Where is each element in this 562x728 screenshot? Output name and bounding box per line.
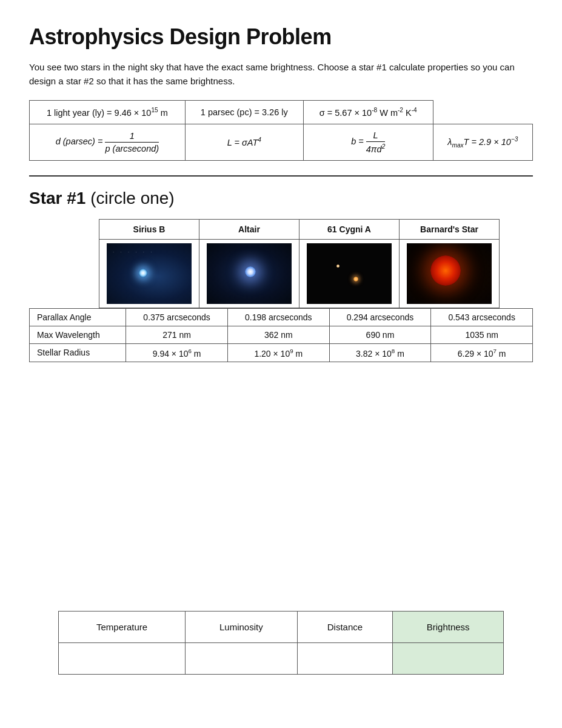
altair-wavelength: 362 nm	[227, 326, 329, 343]
star-section-heading: Star #1 (circle one)	[29, 189, 533, 208]
star-table: Sirius B Altair 61 Cygni A Barnard's Sta…	[99, 219, 500, 308]
val-temperature[interactable]	[59, 643, 186, 675]
col-temperature: Temperature	[59, 612, 186, 643]
label-parallax: Parallax Angle	[30, 308, 126, 326]
siriusb-parallax: 0.375 arcseconds	[126, 308, 228, 326]
ref-cell-parsec: 1 parsec (pc) = 3.26 ly	[185, 101, 303, 124]
star-col-barnard: Barnard's Star	[400, 219, 500, 239]
barnard-parallax: 0.543 arcseconds	[431, 308, 533, 326]
star-img-siriusb	[99, 239, 199, 308]
val-luminosity[interactable]	[186, 643, 297, 675]
table-row: Parallax Angle 0.375 arcseconds 0.198 ar…	[30, 308, 533, 326]
section-divider	[29, 175, 533, 177]
altair-parallax: 0.198 arcseconds	[227, 308, 329, 326]
ref-cell-distance-formula: d (parsec) = 1 p (arcsecond)	[30, 124, 186, 160]
star-img-barnard	[400, 239, 500, 308]
siriusb-radius: 9.94 × 106 m	[126, 343, 228, 362]
star-col-siriusb: Sirius B	[99, 219, 199, 239]
reference-table: 1 light year (ly) = 9.46 × 1015 m 1 pars…	[29, 100, 533, 161]
star-col-cygni: 61 Cygni A	[299, 219, 400, 239]
star-data-area: Parallax Angle 0.375 arcseconds 0.198 ar…	[29, 308, 533, 363]
col-distance: Distance	[297, 612, 393, 643]
col-luminosity: Luminosity	[186, 612, 297, 643]
results-table-area: Temperature Luminosity Distance Brightne…	[58, 611, 504, 675]
intro-text: You see two stars in the night sky that …	[29, 61, 526, 88]
cygni-parallax: 0.294 arcseconds	[329, 308, 431, 326]
results-table: Temperature Luminosity Distance Brightne…	[58, 611, 504, 675]
star-img-altair	[199, 239, 299, 308]
star-img-cygni	[299, 239, 400, 308]
table-row: Max Wavelength 271 nm 362 nm 690 nm 1035…	[30, 326, 533, 343]
cygni-radius: 3.82 × 108 m	[329, 343, 431, 362]
page-title: Astrophysics Design Problem	[29, 24, 533, 50]
barnard-wavelength: 1035 nm	[431, 326, 533, 343]
val-brightness[interactable]	[393, 643, 504, 675]
ref-cell-luminosity-formula: L = σAT4	[185, 124, 303, 160]
label-wavelength: Max Wavelength	[30, 326, 126, 343]
barnard-radius: 6.29 × 107 m	[431, 343, 533, 362]
ref-cell-brightness-formula: b = L 4πd2	[303, 124, 433, 160]
star-col-altair: Altair	[199, 219, 299, 239]
altair-radius: 1.20 × 109 m	[227, 343, 329, 362]
col-brightness: Brightness	[393, 612, 504, 643]
label-radius: Stellar Radius	[30, 343, 126, 362]
table-row: Stellar Radius 9.94 × 106 m 1.20 × 109 m…	[30, 343, 533, 362]
val-distance[interactable]	[297, 643, 393, 675]
ref-cell-lightyear: 1 light year (ly) = 9.46 × 1015 m	[30, 101, 186, 124]
ref-cell-wien-formula: λmaxT = 2.9 × 10−3	[433, 124, 532, 160]
star-selection-area: Sirius B Altair 61 Cygni A Barnard's Sta…	[29, 219, 533, 308]
cygni-wavelength: 690 nm	[329, 326, 431, 343]
ref-cell-sigma: σ = 5.67 × 10-8 W m-2 K-4	[303, 101, 433, 124]
siriusb-wavelength: 271 nm	[126, 326, 228, 343]
